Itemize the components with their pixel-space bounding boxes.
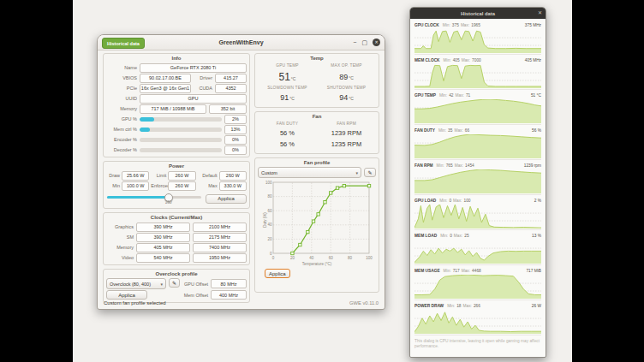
metric-label: MEM USAGE <box>414 269 440 273</box>
history-chart <box>414 240 541 264</box>
close-icon[interactable]: ✕ <box>538 10 542 16</box>
gpu-utilization-bar <box>140 117 222 122</box>
driver-value[interactable]: 415.27 <box>215 74 247 83</box>
vbios-value[interactable]: 90.02.17.00.BE <box>140 74 191 83</box>
right-column: Temp GPU TEMP MAX OP. TEMP 51°C 89°C SLO… <box>254 53 379 293</box>
enforced-value: 260 W <box>168 181 195 191</box>
memctrl-value: 13% <box>224 125 247 134</box>
fan-curve-chart: 020406080100020406080100 <box>259 179 374 261</box>
graphics-label: Graphics <box>106 224 134 229</box>
metric-label: GPU CLOCK <box>414 23 439 27</box>
gpu-util-value: 2% <box>224 115 247 124</box>
fan-profile-title: Fan profile <box>258 158 376 167</box>
history-chart <box>414 205 541 228</box>
limit-label: Limit <box>151 173 166 178</box>
slider-track[interactable] <box>107 196 201 199</box>
draw-value: 25.66 W <box>122 171 149 181</box>
svg-text:60: 60 <box>267 209 272 213</box>
temp-title: Temp <box>258 54 376 62</box>
min-label: Min: <box>440 234 448 238</box>
select-value: Overclock (80, 400) <box>110 282 151 287</box>
current-value: 2 % <box>534 199 541 203</box>
power-limit-slider[interactable]: 260 <box>106 191 202 206</box>
max-op-temp-value: 89°C <box>317 70 376 81</box>
min-value: 375 <box>452 23 459 27</box>
memory-bus-value[interactable]: 352 bit <box>209 104 247 114</box>
max-label: Max: <box>455 93 463 98</box>
history-row-gpu-temp: GPU TEMP Min: 42 Max: 71 51 °C <box>414 92 541 125</box>
gpu-name-value[interactable]: GeForce RTX 2080 Ti <box>140 63 247 73</box>
fan-rpm-label: FAN RPM <box>317 121 376 128</box>
fan-profile-frame: Fan profile Custom ▾ ✎ Duty (%) 02040608… <box>254 157 379 293</box>
edit-fan-profile-button[interactable]: ✎ <box>364 168 376 177</box>
pcie-value[interactable]: 16x Gen3 @ 16x Gen1 <box>140 84 191 93</box>
history-row-fan-rpm: FAN RPM Min: 765 Max: 1454 1239 rpm <box>414 162 541 195</box>
cuda-value[interactable]: 4352 <box>215 84 247 93</box>
history-row-mem-usage: MEM USAGE Min: 717 Max: 4468 717 MiB <box>414 267 541 300</box>
memory-value[interactable]: 717 MiB / 10988 MiB <box>140 104 206 114</box>
sm-current: 390 MHz <box>136 233 190 242</box>
metric-label: GPU LOAD <box>414 199 436 203</box>
min-value: 100.0 W <box>122 181 149 191</box>
clock-row-memory: Memory 405 MHz 7400 MHz <box>106 242 247 252</box>
min-value: 405 <box>453 58 460 62</box>
gpu-temp-value: 51°C <box>258 70 317 84</box>
encoder-utilization-bar <box>140 138 222 142</box>
history-chart <box>414 64 541 88</box>
close-icon[interactable]: ✕ <box>373 39 380 46</box>
maximize-icon[interactable]: ▢ <box>361 39 367 46</box>
current-value: 1239 rpm <box>524 163 541 168</box>
min-label: Min: <box>439 199 447 203</box>
history-row-fan-duty: FAN DUTY Min: 35 Max: 66 56 % <box>414 127 541 160</box>
info-row-memctrl: Mem ctrl % 13% <box>106 124 247 134</box>
window-controls: − ▢ ✕ <box>353 39 380 46</box>
fan-frame: Fan FAN DUTY FAN RPM 56 % 1239 RPM 56 % … <box>254 111 379 154</box>
chevron-down-icon: ▾ <box>355 170 358 175</box>
overclock-profile-select[interactable]: Overclock (80, 400) ▾ <box>106 278 166 289</box>
max-label: Max: <box>453 199 462 203</box>
clock-row-graphics: Graphics 390 MHz 2100 MHz <box>106 222 247 232</box>
info-row-memory: Memory 717 MiB / 10988 MiB 352 bit <box>106 104 247 114</box>
max-value: 71 <box>466 93 470 98</box>
uuid-label: UUID <box>106 96 137 101</box>
bar-fill <box>140 117 154 122</box>
uuid-value[interactable]: GPU <box>140 94 247 104</box>
fan-profile-apply-button[interactable]: Applica <box>265 269 290 278</box>
power-row-2: Min 100.0 W Enforced 260 W Max 330.0 W <box>106 181 247 191</box>
edit-overclock-button[interactable]: ✎ <box>169 278 180 288</box>
fan-profile-select[interactable]: Custom ▾ <box>258 167 361 178</box>
fan-curve-chart-area: Duty (%) 020406080100020406080100 <box>259 179 374 261</box>
history-row-gpu-clock: GPU CLOCK Min: 375 Max: 1965 375 MHz <box>414 21 541 55</box>
max-label: Max: <box>462 58 470 62</box>
slowdown-temp-label: SLOWDOWN TEMP <box>258 85 317 92</box>
min-value: 717 <box>453 269 460 273</box>
svg-text:40: 40 <box>309 256 314 260</box>
fan-title: Fan <box>258 112 376 121</box>
power-apply-button[interactable]: Applica <box>206 194 247 204</box>
current-value: 375 MHz <box>525 23 541 27</box>
shutdown-temp-label: SHUTDOWN TEMP <box>317 85 376 92</box>
min-value: 0 <box>449 199 451 203</box>
history-chart <box>414 134 541 158</box>
history-row-gpu-load: GPU LOAD Min: 0 Max: 100 2 % <box>414 197 541 230</box>
default-label: Default <box>198 173 218 178</box>
max-value: 266 <box>474 304 480 308</box>
min-value: 42 <box>449 93 453 98</box>
gpu-util-label: GPU % <box>106 116 137 122</box>
gpu-offset-value[interactable]: 80 MHz <box>211 279 247 288</box>
edit-icon: ✎ <box>172 280 176 286</box>
chevron-down-icon: ▾ <box>160 282 163 287</box>
minimize-icon[interactable]: − <box>353 39 356 46</box>
driver-label: Driver <box>194 75 212 80</box>
info-title: Info <box>106 54 247 62</box>
history-chart <box>414 169 541 193</box>
history-row-mem-clock: MEM CLOCK Min: 405 Max: 7000 405 MHz <box>414 56 541 90</box>
min-label: Min: <box>444 58 451 62</box>
main-window-titlebar: Historical data GreenWithEnvy − ▢ ✕ <box>98 35 385 50</box>
history-chart <box>414 99 541 123</box>
historical-data-button[interactable]: Historical data <box>102 38 145 49</box>
memctrl-utilization-bar <box>140 128 222 132</box>
metric-label: GPU TEMP <box>414 93 436 98</box>
clock-row-sm: SM 390 MHz 2175 MHz <box>106 232 247 242</box>
left-column: Info Name GeForce RTX 2080 Ti VBIOS 90.0… <box>103 53 250 293</box>
